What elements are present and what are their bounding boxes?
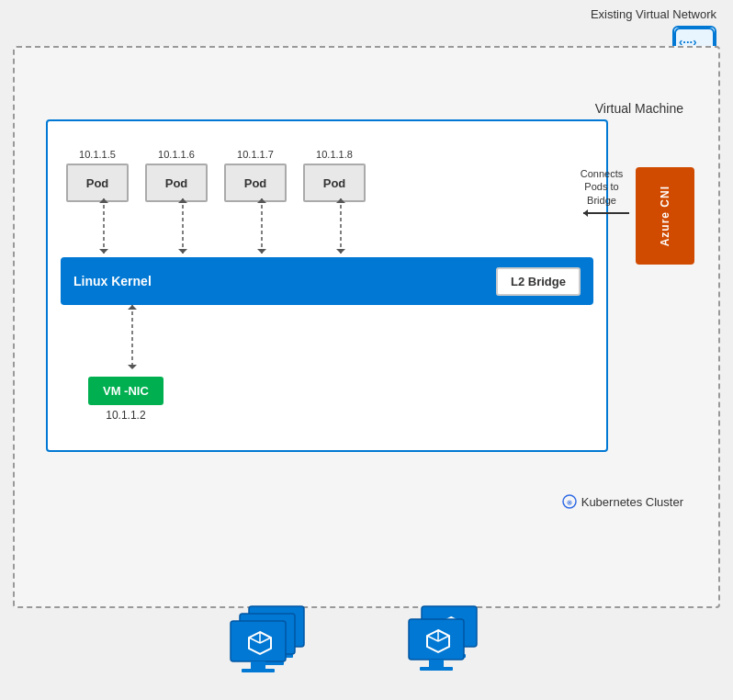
svg-rect-46 bbox=[420, 667, 453, 671]
svg-rect-45 bbox=[429, 660, 444, 667]
monitor-group-1 bbox=[229, 604, 330, 687]
pod-box-3: Pod bbox=[224, 164, 287, 202]
bottom-monitors bbox=[0, 604, 733, 687]
pod-ip-2: 10.1.1.6 bbox=[158, 149, 195, 160]
vmnic-connect-arrows bbox=[96, 305, 169, 378]
vmnic-section: VM -NIC 10.1.1.2 bbox=[88, 377, 164, 422]
pod-box-2: Pod bbox=[145, 164, 208, 202]
svg-marker-3 bbox=[99, 198, 108, 203]
svg-marker-10 bbox=[257, 249, 266, 254]
kubernetes-cluster-label: ⎈ Kubernetes Cluster bbox=[562, 494, 683, 509]
pod-item-3: 10.1.1.7 Pod bbox=[224, 149, 287, 202]
svg-marker-4 bbox=[99, 249, 108, 254]
monitor-front-2 bbox=[407, 617, 473, 680]
svg-marker-18 bbox=[583, 209, 588, 217]
svg-marker-6 bbox=[178, 198, 187, 203]
existing-virtual-network-label: Existing Virtual Network bbox=[591, 7, 716, 21]
monitor-front-1 bbox=[229, 619, 295, 682]
svg-text:⎈: ⎈ bbox=[567, 497, 572, 507]
svg-rect-32 bbox=[242, 669, 275, 672]
svg-rect-44 bbox=[409, 619, 464, 660]
linux-kernel-bar: Linux Kernel L2 Bridge bbox=[61, 257, 593, 305]
svg-rect-30 bbox=[231, 621, 286, 661]
pod-item-4: 10.1.1.8 Pod bbox=[303, 149, 366, 202]
svg-marker-13 bbox=[336, 249, 345, 254]
pod-ip-3: 10.1.1.7 bbox=[237, 149, 274, 160]
svg-marker-15 bbox=[128, 305, 137, 310]
pod-arrows bbox=[61, 198, 456, 263]
l2-bridge-box: L2 Bridge bbox=[496, 267, 581, 296]
azure-cni-label: Azure CNI bbox=[659, 186, 671, 246]
vmnic-ip: 10.1.1.2 bbox=[106, 409, 145, 422]
virtual-network-boundary: Virtual Machine 10.1.1.5 Pod 10.1.1.6 Po… bbox=[13, 46, 720, 608]
monitor-group-2 bbox=[403, 604, 504, 687]
svg-rect-31 bbox=[251, 661, 265, 669]
svg-marker-9 bbox=[257, 198, 266, 203]
virtual-machine-label: Virtual Machine bbox=[595, 101, 683, 116]
cni-to-l2-arrow bbox=[579, 204, 634, 222]
azure-cni-box: Azure CNI bbox=[636, 167, 694, 265]
diagram-container: Existing Virtual Network ‹···› Virtual M… bbox=[0, 0, 733, 700]
pod-item-2: 10.1.1.6 Pod bbox=[145, 149, 208, 202]
svg-marker-16 bbox=[128, 365, 137, 369]
pod-box-4: Pod bbox=[303, 164, 366, 202]
pod-ip-1: 10.1.1.5 bbox=[79, 149, 116, 160]
kubernetes-cluster-text: Kubernetes Cluster bbox=[581, 495, 683, 509]
virtual-machine-box: 10.1.1.5 Pod 10.1.1.6 Pod 10.1.1.7 Pod 1… bbox=[46, 119, 608, 452]
kubernetes-icon: ⎈ bbox=[562, 494, 577, 509]
linux-kernel-label: Linux Kernel bbox=[73, 274, 152, 288]
svg-marker-7 bbox=[178, 249, 187, 254]
pod-item-1: 10.1.1.5 Pod bbox=[66, 149, 129, 202]
pod-ip-4: 10.1.1.8 bbox=[316, 149, 353, 160]
svg-marker-12 bbox=[336, 198, 345, 203]
pods-row: 10.1.1.5 Pod 10.1.1.6 Pod 10.1.1.7 Pod 1… bbox=[66, 149, 366, 202]
pod-box-1: Pod bbox=[66, 164, 129, 202]
vmnic-box: VM -NIC bbox=[88, 377, 164, 405]
connects-pods-label: Connects Pods to Bridge bbox=[573, 167, 630, 207]
